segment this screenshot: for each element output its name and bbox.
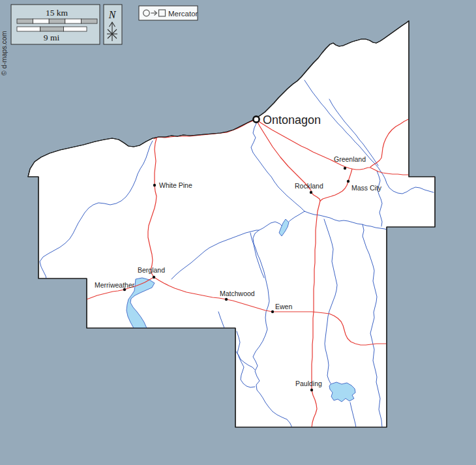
projection-label: Mercator — [168, 10, 198, 18]
city-label: Merriweather — [95, 281, 135, 289]
projection-legend: Mercator — [139, 6, 198, 20]
city-marker — [225, 298, 228, 301]
map-canvas: OntonagonWhite PineGreenlandMass CityRoc… — [0, 0, 476, 465]
city-marker — [347, 180, 350, 183]
city-label: Bergland — [138, 266, 165, 274]
watermark: © d-maps.com — [0, 31, 8, 76]
city-label: Mass City — [351, 184, 382, 192]
lake-near-paulding — [329, 382, 355, 402]
map-page: OntonagonWhite PineGreenlandMass CityRoc… — [0, 0, 476, 465]
north-label: N — [108, 9, 117, 20]
city-label: Greenland — [334, 155, 366, 163]
city-marker — [271, 310, 274, 313]
scale-km-label: 15 km — [46, 8, 68, 18]
scale-bar-mi — [17, 27, 87, 31]
city-label: Ontonagon — [263, 113, 321, 127]
scale-mi-label: 9 mi — [44, 33, 60, 42]
city-label: Rockland — [295, 182, 323, 190]
scale-bar-km — [17, 19, 97, 23]
scale-legend: 15 km 9 mi — [11, 5, 100, 44]
city-marker — [253, 116, 259, 122]
north-legend: N — [104, 5, 122, 44]
city-marker — [153, 184, 156, 187]
city-marker — [344, 167, 346, 170]
city-label: Matchwood — [220, 290, 255, 297]
city-label: White Pine — [159, 181, 192, 189]
city-marker — [153, 276, 155, 278]
city-marker — [310, 389, 313, 391]
city-label: Ewen — [275, 303, 292, 310]
city-marker — [310, 191, 312, 194]
city-label: Paulding — [295, 380, 322, 387]
